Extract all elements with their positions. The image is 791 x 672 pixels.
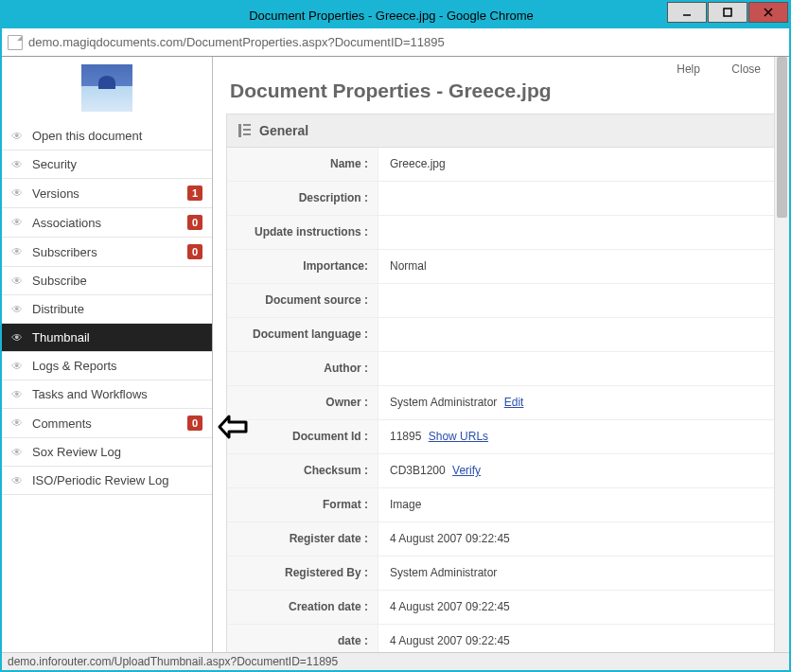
property-key: Owner :	[227, 386, 378, 419]
property-value: Greece.jpg	[378, 148, 775, 181]
eye-icon: 👁	[11, 360, 23, 373]
property-value-text: System Administrator	[390, 566, 497, 579]
sidebar-item[interactable]: 👁Open this document	[2, 122, 212, 150]
count-badge: 1	[187, 186, 202, 201]
eye-icon: 👁	[11, 158, 23, 171]
property-value	[378, 318, 775, 351]
sidebar-item-label: Versions	[32, 186, 187, 201]
sidebar-item[interactable]: 👁ISO/Periodic Review Log	[2, 467, 212, 495]
window-controls	[667, 2, 789, 28]
status-text: demo.inforouter.com/UploadThumbnail.aspx…	[8, 655, 338, 668]
property-key: Author :	[227, 352, 378, 385]
property-row: Document language :	[227, 318, 775, 352]
browser-window: Document Properties - Greece.jpg - Googl…	[0, 0, 791, 672]
help-link[interactable]: Help	[677, 62, 700, 76]
sidebar-item-label: Thumbnail	[32, 330, 202, 345]
eye-icon: 👁	[11, 303, 23, 316]
page-icon	[8, 35, 23, 50]
sidebar-item[interactable]: 👁Tasks and Workflows	[2, 380, 212, 409]
property-value	[378, 216, 775, 249]
sidebar-item-label: Distribute	[32, 302, 202, 316]
property-row: Register date :4 August 2007 09:22:45	[227, 522, 775, 557]
eye-icon: 👁	[11, 331, 23, 345]
eye-icon: 👁	[11, 216, 23, 229]
sidebar-item-label: Subscribers	[32, 245, 187, 259]
property-value-text: CD3B1200	[390, 464, 446, 477]
sidebar-item[interactable]: 👁Sox Review Log	[2, 438, 212, 467]
property-value-text: 4 August 2007 09:22:45	[390, 532, 510, 545]
panel-header-label: General	[259, 123, 308, 138]
property-key: Registered By :	[227, 557, 378, 590]
scrollbar-thumb[interactable]	[777, 57, 787, 218]
property-key: Register date :	[227, 522, 378, 556]
property-key: Format :	[227, 488, 378, 522]
sidebar-item-label: Comments	[32, 416, 187, 431]
property-value-text: 11895	[390, 430, 421, 443]
sidebar-item[interactable]: 👁Security	[2, 150, 212, 179]
property-row: Registered By :System Administrator	[227, 557, 775, 591]
property-key: Creation date :	[227, 591, 378, 624]
annotation-arrow-icon	[218, 415, 248, 442]
property-value: 11895 Show URLs	[378, 420, 775, 453]
sidebar: 👁Open this document👁Security👁Versions1👁A…	[2, 57, 213, 670]
close-window-button[interactable]	[748, 2, 788, 23]
property-value-text: Greece.jpg	[390, 157, 446, 170]
eye-icon: 👁	[11, 474, 23, 487]
property-key: Document Id :	[227, 420, 378, 453]
property-value: Image	[378, 488, 775, 522]
panel-header: General	[227, 115, 775, 148]
eye-icon: 👁	[11, 186, 23, 200]
sidebar-item[interactable]: 👁Versions1	[2, 179, 212, 208]
sidebar-item-label: ISO/Periodic Review Log	[32, 473, 202, 487]
property-value-text: 4 August 2007 09:22:45	[390, 634, 510, 647]
property-value: System Administrator	[378, 557, 775, 590]
maximize-button[interactable]	[708, 2, 747, 23]
thumbnail-image	[81, 64, 132, 112]
property-value	[378, 284, 775, 317]
url-text[interactable]: demo.magiqdocuments.com/DocumentProperti…	[28, 35, 783, 49]
property-key: Description :	[227, 182, 378, 215]
sidebar-item[interactable]: 👁Comments0	[2, 409, 212, 438]
property-row: Format :Image	[227, 488, 775, 522]
inline-link[interactable]: Verify	[452, 464, 481, 477]
property-row: Author :	[227, 352, 775, 386]
property-value: CD3B1200 Verify	[378, 454, 775, 487]
sidebar-item[interactable]: 👁Thumbnail	[2, 324, 212, 352]
inline-link[interactable]: Edit	[504, 396, 524, 409]
general-icon	[238, 124, 252, 137]
eye-icon: 👁	[11, 130, 23, 143]
window-titlebar: Document Properties - Greece.jpg - Googl…	[2, 2, 789, 28]
top-links: Help Close	[213, 57, 789, 76]
inline-link[interactable]: Show URLs	[429, 430, 488, 443]
property-value-text: Image	[390, 498, 421, 511]
sidebar-item[interactable]: 👁Distribute	[2, 295, 212, 324]
sidebar-item[interactable]: 👁Associations0	[2, 208, 212, 238]
eye-icon: 👁	[11, 446, 23, 459]
scrollbar[interactable]: ▼	[774, 57, 789, 670]
sidebar-item[interactable]: 👁Logs & Reports	[2, 352, 212, 380]
sidebar-item[interactable]: 👁Subscribe	[2, 267, 212, 295]
close-link[interactable]: Close	[731, 62, 761, 76]
count-badge: 0	[187, 215, 202, 230]
property-key: Importance:	[227, 250, 378, 283]
minimize-button[interactable]	[667, 2, 707, 23]
page-title: Document Properties - Greece.jpg	[213, 76, 789, 114]
property-key: Document language :	[227, 318, 378, 351]
property-key: Checksum :	[227, 454, 378, 487]
document-thumbnail	[2, 57, 212, 122]
sidebar-item[interactable]: 👁Subscribers0	[2, 238, 212, 267]
sidebar-item-label: Subscribe	[32, 274, 202, 288]
property-value-text: System Administrator	[390, 396, 497, 409]
property-row: Importance:Normal	[227, 250, 775, 284]
eye-icon: 👁	[11, 245, 23, 258]
property-key: Document source :	[227, 284, 378, 317]
property-row: Description :	[227, 182, 775, 216]
content-area: 👁Open this document👁Security👁Versions1👁A…	[2, 57, 789, 670]
main-panel: Help Close Document Properties - Greece.…	[213, 57, 789, 670]
sidebar-item-label: Tasks and Workflows	[32, 387, 202, 401]
property-row: Update instructions :	[227, 216, 775, 250]
property-row: Creation date :4 August 2007 09:22:45	[227, 591, 775, 625]
address-bar: demo.magiqdocuments.com/DocumentProperti…	[2, 28, 789, 57]
status-bar: demo.inforouter.com/UploadThumbnail.aspx…	[2, 652, 789, 670]
property-value-text: Normal	[390, 259, 427, 273]
